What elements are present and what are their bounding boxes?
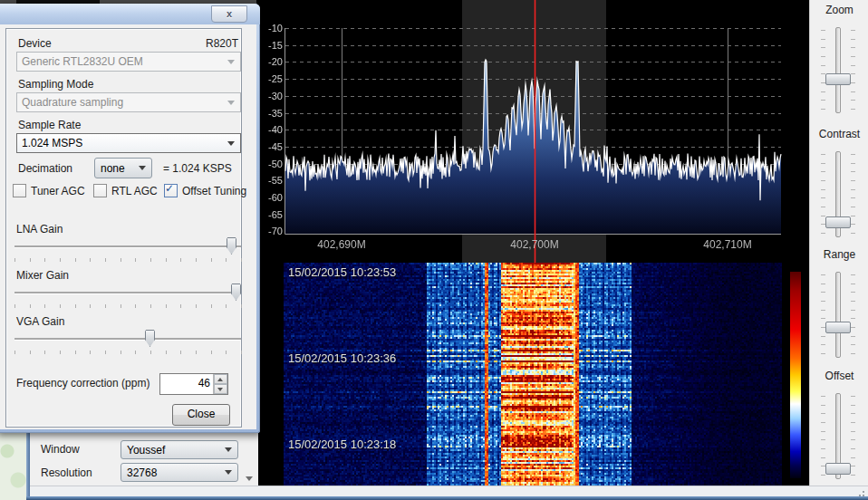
slider-track[interactable] bbox=[14, 338, 241, 341]
close-icon[interactable]: x bbox=[211, 5, 247, 23]
slider-tick bbox=[851, 396, 855, 397]
chevron-down-icon bbox=[139, 166, 146, 170]
slider-tick bbox=[226, 304, 227, 308]
resize-grip[interactable] bbox=[854, 487, 864, 496]
checkbox-label: Tuner AGC bbox=[31, 185, 85, 197]
frequency-correction-spinner[interactable]: 46 bbox=[159, 373, 228, 395]
slider-tick bbox=[821, 396, 825, 397]
frequency-tick-label: 402,700M bbox=[510, 238, 558, 251]
slider-tick bbox=[851, 30, 855, 31]
slider-track[interactable] bbox=[14, 245, 241, 248]
slider-tick bbox=[196, 258, 197, 262]
chevron-down-icon bbox=[227, 141, 235, 146]
resolution-combo-value: 32768 bbox=[121, 466, 221, 479]
slider-tick bbox=[851, 154, 855, 155]
slider-tick bbox=[105, 351, 106, 354]
db-tick-label: -25 bbox=[261, 73, 283, 84]
slider-track[interactable] bbox=[14, 292, 241, 294]
slider-tick bbox=[196, 351, 197, 354]
slider-tick bbox=[30, 258, 31, 262]
range-slider[interactable] bbox=[835, 272, 841, 358]
slider-thumb[interactable] bbox=[227, 237, 236, 255]
slider-tick bbox=[821, 233, 825, 234]
resolution-combo[interactable]: 32768 bbox=[121, 463, 238, 482]
agc-options-row: Tuner AGCRTL AGC✓Offset Tuning bbox=[13, 184, 241, 198]
slider-tick bbox=[851, 318, 855, 319]
slider-tick bbox=[166, 304, 167, 308]
slider-tick bbox=[821, 439, 825, 440]
device-combo[interactable]: Generic RTL2832U OEM bbox=[16, 52, 241, 72]
checkbox-box[interactable]: ✓ bbox=[164, 184, 178, 197]
frequency-correction-value: 46 bbox=[160, 374, 213, 394]
slider-tick bbox=[821, 284, 825, 284]
slider-tick bbox=[851, 422, 855, 423]
lna-gain-label: LNA Gain bbox=[16, 223, 63, 236]
slider-tick bbox=[211, 258, 212, 262]
slider-tick bbox=[851, 448, 855, 449]
zoom-slider-thumb[interactable] bbox=[825, 73, 851, 85]
lna-gain-slider[interactable] bbox=[14, 236, 241, 264]
decimated-rate-label: = 1.024 KSPS bbox=[163, 162, 232, 175]
slider-tick bbox=[135, 304, 136, 308]
slider-tick bbox=[821, 91, 825, 92]
offset-label: Offset bbox=[810, 370, 868, 382]
window-combo[interactable]: Youssef bbox=[121, 440, 238, 459]
checkbox-box[interactable] bbox=[93, 184, 107, 197]
background-app-area bbox=[0, 433, 26, 500]
sampling-mode-combo[interactable]: Quadrature sampling bbox=[16, 92, 241, 112]
slider-tick bbox=[851, 197, 855, 198]
slider-tick bbox=[851, 301, 855, 302]
slider-thumb[interactable] bbox=[231, 284, 241, 301]
checkbox-rtl-agc[interactable]: RTL AGC bbox=[93, 184, 158, 197]
sample-rate-label: Sample Rate bbox=[18, 119, 81, 131]
slider-tick bbox=[44, 258, 45, 262]
slider-tick bbox=[821, 413, 825, 414]
slider-tick bbox=[30, 351, 31, 354]
slider-tick bbox=[821, 457, 825, 458]
slider-tick bbox=[821, 422, 825, 423]
slider-tick bbox=[851, 91, 855, 92]
sample-rate-combo[interactable]: 1.024 MSPS bbox=[16, 133, 241, 153]
spectrum-display[interactable]: -10-15-20-25-30-35-40-45-50-55-60-65-70 … bbox=[261, 0, 809, 263]
slider-tick bbox=[90, 351, 91, 354]
slider-tick bbox=[851, 109, 855, 110]
offset-slider-thumb[interactable] bbox=[825, 463, 851, 475]
range-slider-thumb[interactable] bbox=[825, 322, 851, 333]
waterfall-timestamp: 15/02/2015 10:23:18 bbox=[288, 438, 396, 451]
checkbox-box[interactable] bbox=[13, 184, 26, 197]
slider-tick bbox=[241, 304, 242, 308]
slider-tick bbox=[44, 351, 45, 354]
spin-down-icon[interactable] bbox=[214, 384, 227, 394]
zoom-slider[interactable] bbox=[835, 27, 841, 113]
decimation-label: Decimation bbox=[18, 162, 72, 175]
mixer-gain-slider[interactable] bbox=[14, 283, 241, 310]
contrast-slider-thumb[interactable] bbox=[825, 216, 851, 228]
db-tick-label: -70 bbox=[261, 226, 283, 236]
slider-tick bbox=[821, 216, 825, 216]
slider-thumb[interactable] bbox=[145, 330, 155, 347]
close-button[interactable]: Close bbox=[172, 404, 230, 426]
display-settings-sidebar: ZoomContrastRangeOffset bbox=[809, 0, 868, 500]
checkbox-tuner-agc[interactable]: Tuner AGC bbox=[13, 184, 85, 197]
db-tick-label: -50 bbox=[261, 159, 283, 169]
slider-tick bbox=[851, 284, 855, 284]
slider-tick bbox=[60, 304, 61, 308]
window-bottom-border bbox=[26, 496, 868, 500]
db-tick-label: -40 bbox=[261, 124, 283, 135]
decimation-combo[interactable]: none bbox=[94, 158, 152, 178]
slider-tick bbox=[211, 304, 212, 308]
slider-tick bbox=[851, 56, 855, 57]
checkbox-offset-tuning[interactable]: ✓Offset Tuning bbox=[164, 184, 246, 197]
spin-up-icon[interactable] bbox=[214, 374, 227, 384]
waterfall-display[interactable]: 15/02/2015 10:23:5315/02/2015 10:23:3615… bbox=[261, 263, 809, 486]
slider-tick bbox=[241, 351, 242, 354]
slider-tick bbox=[851, 457, 855, 458]
waterfall-canvas[interactable] bbox=[261, 263, 809, 486]
panel-scroll-down-icon[interactable] bbox=[246, 476, 253, 481]
spectrum-canvas[interactable] bbox=[261, 0, 809, 263]
fft-settings-panel: Window Youssef Resolution 32768 bbox=[30, 433, 258, 486]
slider-tick bbox=[851, 47, 855, 48]
db-tick-label: -15 bbox=[261, 40, 283, 51]
slider-tick bbox=[14, 258, 15, 262]
vga-gain-slider[interactable] bbox=[14, 329, 241, 356]
